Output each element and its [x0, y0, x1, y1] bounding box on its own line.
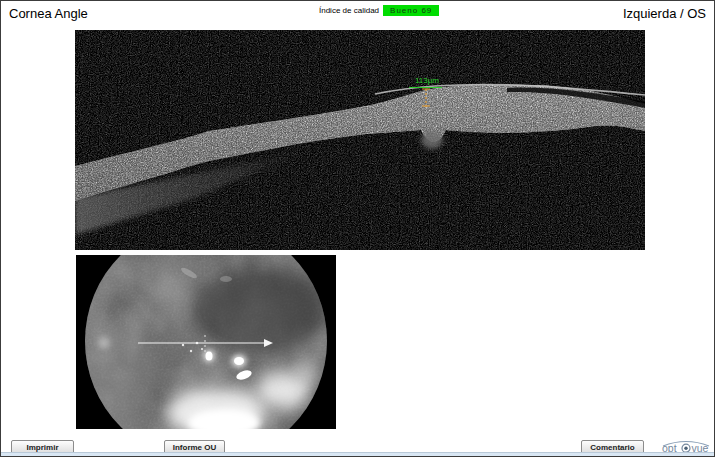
iris-camera-image	[76, 255, 336, 429]
eye-laterality-label: Izquierda / OS	[623, 6, 706, 21]
quality-index-label: Índice de calidad	[319, 6, 379, 15]
bottom-strip	[1, 452, 714, 456]
app-window: Cornea Angle Índice de calidad Bueno 69 …	[0, 0, 715, 457]
iris-camera-render	[76, 255, 336, 429]
quality-index: Índice de calidad Bueno 69	[319, 5, 439, 16]
logo-pupil-icon	[684, 447, 687, 450]
quality-index-badge: Bueno 69	[383, 5, 439, 16]
oct-bscan-image: 113µm	[75, 30, 645, 250]
stromal-bump	[421, 131, 443, 149]
page-title: Cornea Angle	[9, 6, 88, 21]
measurement-label: 113µm	[409, 76, 445, 85]
oct-bscan-render	[75, 30, 645, 250]
